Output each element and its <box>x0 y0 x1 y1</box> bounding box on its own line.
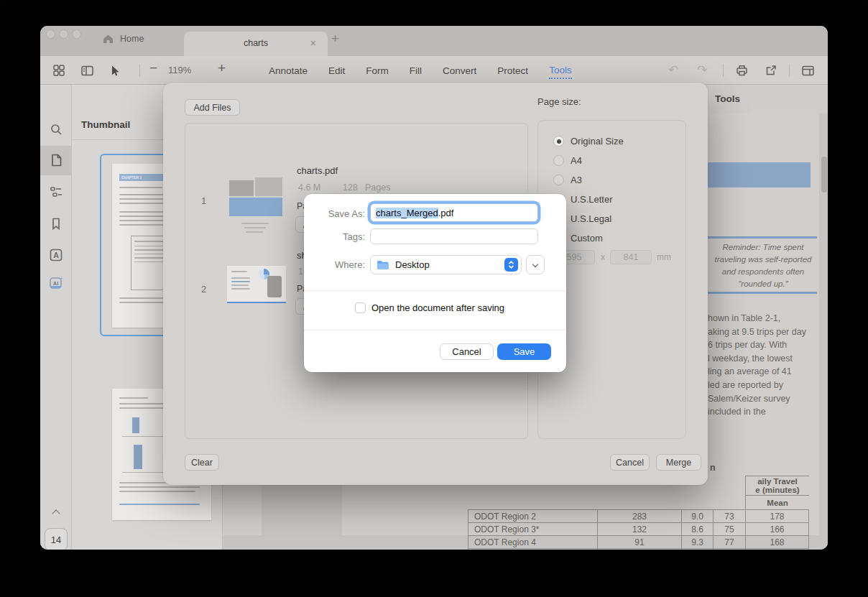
save-cancel-button[interactable]: Cancel <box>440 343 494 360</box>
table-cell-region: ODOT Region 3* <box>468 522 597 535</box>
thumbnails-page-icon[interactable] <box>40 146 72 175</box>
tab-close-icon[interactable]: × <box>310 37 316 49</box>
menu-fill[interactable]: Fill <box>410 63 422 78</box>
tab-charts[interactable]: charts × <box>184 32 328 56</box>
bookmark-icon[interactable] <box>40 209 72 238</box>
table-cell: 9.0 <box>681 509 713 522</box>
table-header-fragment: aily Travel <box>757 477 798 486</box>
doc-text-line: 6 trips per day. With <box>708 338 820 352</box>
menu-protect[interactable]: Protect <box>497 63 528 78</box>
where-expand-button[interactable] <box>526 255 545 274</box>
filename-input[interactable]: charts_Merged.pdf <box>370 203 538 222</box>
sidebar-toggle-icon[interactable] <box>78 62 96 79</box>
thumb15-bar <box>134 445 142 469</box>
search-icon[interactable] <box>40 115 72 144</box>
save-as-label: Save As: <box>304 208 365 219</box>
open-after-row[interactable]: Open the document after saving <box>355 302 504 313</box>
radio-selected-icon <box>553 136 564 147</box>
file1-name: charts.pdf <box>297 165 338 176</box>
add-files-button[interactable]: Add Files <box>185 99 240 116</box>
current-page-input[interactable]: 14 <box>45 528 68 550</box>
menu-tabs: Annotate Edit Form Fill Convert Protect … <box>269 56 572 85</box>
page-up-chevron-icon[interactable] <box>40 499 72 528</box>
clear-button[interactable]: Clear <box>185 454 219 471</box>
print-icon[interactable] <box>733 62 750 79</box>
redo-icon[interactable]: ↷ <box>697 63 707 78</box>
thumb-line <box>241 223 269 224</box>
zoom-level[interactable]: 119% <box>168 65 191 75</box>
chevron-down-icon <box>532 261 538 267</box>
sheet-divider <box>304 290 566 291</box>
table-cell: 62 <box>713 548 745 550</box>
file1-size: 4.6 M <box>298 182 320 193</box>
merge-cancel-button[interactable]: Cancel <box>610 454 650 471</box>
table-cell: 178 <box>745 509 809 522</box>
menu-convert[interactable]: Convert <box>443 63 476 78</box>
traffic-light-minimize[interactable] <box>59 29 68 39</box>
save-button[interactable]: Save <box>497 343 551 360</box>
menu-annotate[interactable]: Annotate <box>269 63 308 78</box>
radio-icon <box>553 155 564 166</box>
screenshot-stage: Home charts × + <box>0 0 868 597</box>
radio-label: Original Size <box>571 136 624 147</box>
radio-label: U.S.Letter <box>571 194 613 205</box>
open-after-checkbox[interactable] <box>355 302 366 313</box>
menu-form[interactable]: Form <box>366 63 389 78</box>
left-rail: A AI + 14 128 <box>40 85 72 550</box>
merge-button[interactable]: Merge <box>656 454 701 471</box>
main-toolbar: − 119% + Annotate Edit Form Fill Convert… <box>40 56 828 85</box>
zoom-out-button[interactable]: − <box>149 60 157 76</box>
file2-thumbnail <box>227 266 286 303</box>
table-cell-region: ODOT Region 5 <box>468 548 597 550</box>
thumb-line <box>119 187 162 188</box>
tags-input[interactable] <box>370 228 538 244</box>
toolbar-separator <box>723 64 724 77</box>
folder-icon <box>377 260 389 270</box>
doc-chart-bar <box>708 162 811 188</box>
ai-assistant-icon[interactable]: AI + <box>40 269 72 297</box>
select-tool-icon[interactable] <box>106 62 124 79</box>
annotation-a-icon[interactable]: A <box>40 241 72 269</box>
custom-height-input[interactable]: 841 <box>610 250 652 264</box>
outline-icon[interactable] <box>40 177 72 206</box>
reminder-line: “rounded up.” <box>705 278 821 290</box>
toolbar-separator <box>789 64 790 77</box>
table-cell: 77 <box>713 535 745 548</box>
menu-edit[interactable]: Edit <box>328 63 345 78</box>
table-cell: 166 <box>745 522 809 535</box>
reading-view-icon[interactable] <box>799 62 816 79</box>
page-size-label: Page size: <box>537 96 581 107</box>
traffic-light-close[interactable] <box>46 29 55 39</box>
doc-text-line: Salem/Keizer survey <box>708 392 820 406</box>
thumb-line <box>246 231 263 233</box>
table-cell: 68 <box>597 548 681 550</box>
radio-original-size[interactable]: Original Size <box>553 136 624 147</box>
custom-unit-label: mm <box>657 252 671 262</box>
share-export-icon[interactable] <box>762 62 780 79</box>
table-cell-region: ODOT Region 2 <box>468 509 597 522</box>
tags-label: Tags: <box>304 231 365 242</box>
custom-x-separator: x <box>601 252 605 262</box>
vertical-scrollbar[interactable] <box>821 157 827 193</box>
where-select[interactable]: Desktop <box>370 255 522 274</box>
save-dialog: Save As: charts_Merged.pdf Tags: Where: … <box>304 194 566 372</box>
stepper-icon <box>504 258 518 272</box>
doc-text-line: ling an average of 41 <box>708 365 820 379</box>
traffic-light-zoom[interactable] <box>72 29 81 39</box>
reminder-rule-bottom <box>708 292 817 294</box>
radio-a3[interactable]: A3 <box>553 175 582 185</box>
radio-label: A4 <box>571 155 582 166</box>
table-cell: 151 <box>745 548 809 550</box>
table-cell: 73 <box>713 509 745 522</box>
zoom-in-button[interactable]: + <box>218 60 226 76</box>
undo-icon[interactable]: ↶ <box>668 63 678 78</box>
grid-view-icon[interactable] <box>50 62 68 79</box>
tab-home[interactable]: Home <box>102 33 144 45</box>
svg-text:A: A <box>53 251 59 259</box>
radio-label: U.S.Legal <box>571 213 611 224</box>
table-cell: 283 <box>597 509 681 522</box>
menu-tools[interactable]: Tools <box>549 63 572 79</box>
radio-a4[interactable]: A4 <box>553 155 582 166</box>
doc-text-line: led are reported by <box>708 379 820 392</box>
new-tab-button[interactable]: + <box>331 31 339 47</box>
